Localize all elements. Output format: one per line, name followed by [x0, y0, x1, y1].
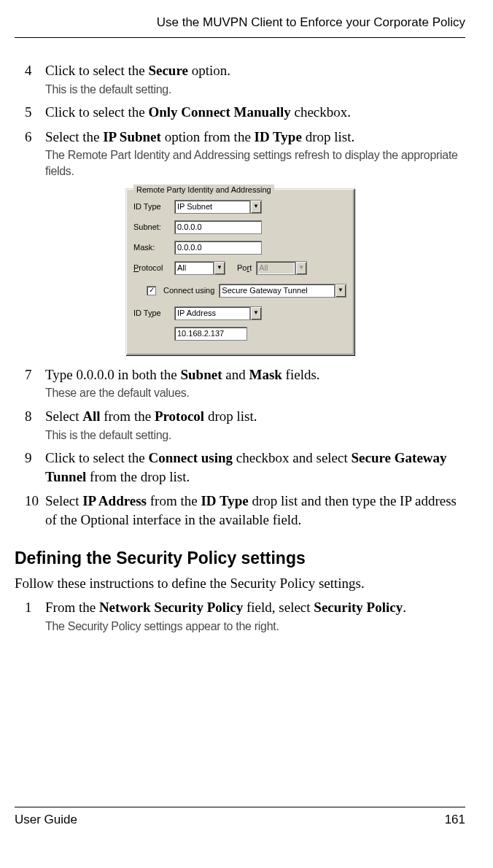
step-7: 7 Type 0.0.0.0 in both the Subnet and Ma…: [25, 365, 465, 401]
page-footer: User Guide 161: [15, 807, 465, 829]
idtype-dropdown[interactable]: IP Subnet ▼: [174, 200, 262, 214]
port-label: Port: [237, 263, 252, 274]
instruction-steps-cont: 7 Type 0.0.0.0 in both the Subnet and Ma…: [25, 365, 465, 530]
footer-left: User Guide: [15, 812, 77, 829]
protocol-row: Protocol All ▼ Port All ▼: [133, 261, 346, 275]
step-4: 4 Click to select the Secure option. Thi…: [25, 61, 465, 97]
subnet-input[interactable]: [174, 220, 262, 234]
subnet-row: Subnet:: [133, 220, 346, 234]
step-number: 6: [25, 128, 45, 179]
protocol-label: Protocol: [133, 263, 170, 274]
connect-using-dropdown[interactable]: Secure Gateway Tunnel ▼: [219, 284, 346, 298]
dialog-figure: Remote Party Identity and Addressing ID …: [15, 188, 465, 355]
section-heading: Defining the Security Policy settings: [15, 547, 465, 570]
step-number: 4: [25, 61, 45, 97]
connect-using-row: ✓ Connect using Secure Gateway Tunnel ▼: [147, 284, 346, 298]
step-text: Click to select the Connect using checkb…: [45, 449, 465, 486]
remote-party-dialog: Remote Party Identity and Addressing ID …: [125, 188, 354, 355]
idtype2-row: ID Type IP Address ▼: [133, 306, 346, 320]
ip-row: [133, 327, 346, 341]
step-9: 9 Click to select the Connect using chec…: [25, 449, 465, 486]
dialog-title: Remote Party Identity and Addressing: [133, 185, 274, 195]
step-text: Select All from the Protocol drop list.: [45, 407, 465, 426]
section-steps: 1 From the Network Security Policy field…: [25, 598, 465, 634]
step-number: 7: [25, 365, 45, 401]
step-note: This is the default setting.: [45, 427, 465, 443]
subnet-label: Subnet:: [133, 222, 170, 233]
step-number: 8: [25, 407, 45, 443]
chevron-down-icon[interactable]: ▼: [214, 261, 225, 275]
port-dropdown: All ▼: [256, 261, 307, 275]
step-text: Click to select the Only Connect Manuall…: [45, 103, 465, 122]
page-header: Use the MUVPN Client to Enforce your Cor…: [15, 15, 465, 38]
idtype2-label: ID Type: [133, 308, 170, 319]
connect-using-checkbox[interactable]: ✓: [147, 286, 156, 295]
idtype-label: ID Type: [133, 201, 170, 212]
step-5: 5 Click to select the Only Connect Manua…: [25, 103, 465, 122]
idtype2-value: IP Address: [174, 306, 250, 320]
ip-input[interactable]: [174, 327, 247, 341]
step-6: 6 Select the IP Subnet option from the I…: [25, 128, 465, 179]
chevron-down-icon: ▼: [295, 261, 307, 275]
step-text: Click to select the Secure option.: [45, 61, 465, 80]
step-text: Select the IP Subnet option from the ID …: [45, 128, 465, 147]
mask-input[interactable]: [174, 241, 262, 255]
step-text: From the Network Security Policy field, …: [45, 598, 465, 617]
idtype-value: IP Subnet: [174, 200, 250, 214]
mask-row: Mask:: [133, 241, 346, 255]
section-intro: Follow these instructions to define the …: [15, 574, 465, 593]
step-number: 9: [25, 449, 45, 486]
step-note: These are the default values.: [45, 385, 465, 401]
chevron-down-icon[interactable]: ▼: [335, 284, 346, 298]
step-note: The Security Policy settings appear to t…: [45, 619, 465, 635]
step-number: 1: [25, 598, 45, 634]
chevron-down-icon[interactable]: ▼: [250, 306, 262, 320]
step-text: Select IP Address from the ID Type drop …: [45, 492, 465, 529]
step-text: Type 0.0.0.0 in both the Subnet and Mask…: [45, 365, 465, 384]
step-note: The Remote Part Identity and Addressing …: [45, 147, 465, 179]
port-value: All: [256, 261, 295, 275]
mask-label: Mask:: [133, 242, 170, 253]
step-number: 10: [25, 492, 45, 529]
connect-using-value: Secure Gateway Tunnel: [219, 284, 335, 298]
chevron-down-icon[interactable]: ▼: [250, 200, 262, 214]
footer-page-number: 161: [445, 812, 465, 829]
step-note: This is the default setting.: [45, 82, 465, 98]
step-8: 8 Select All from the Protocol drop list…: [25, 407, 465, 443]
sec-step-1: 1 From the Network Security Policy field…: [25, 598, 465, 634]
step-number: 5: [25, 103, 45, 122]
connect-using-label: Connect using: [163, 285, 214, 296]
protocol-value: All: [174, 261, 214, 275]
idtype2-dropdown[interactable]: IP Address ▼: [174, 306, 262, 320]
instruction-steps: 4 Click to select the Secure option. Thi…: [25, 61, 465, 179]
idtype-row: ID Type IP Subnet ▼: [133, 200, 346, 214]
protocol-dropdown[interactable]: All ▼: [174, 261, 225, 275]
step-10: 10 Select IP Address from the ID Type dr…: [25, 492, 465, 529]
